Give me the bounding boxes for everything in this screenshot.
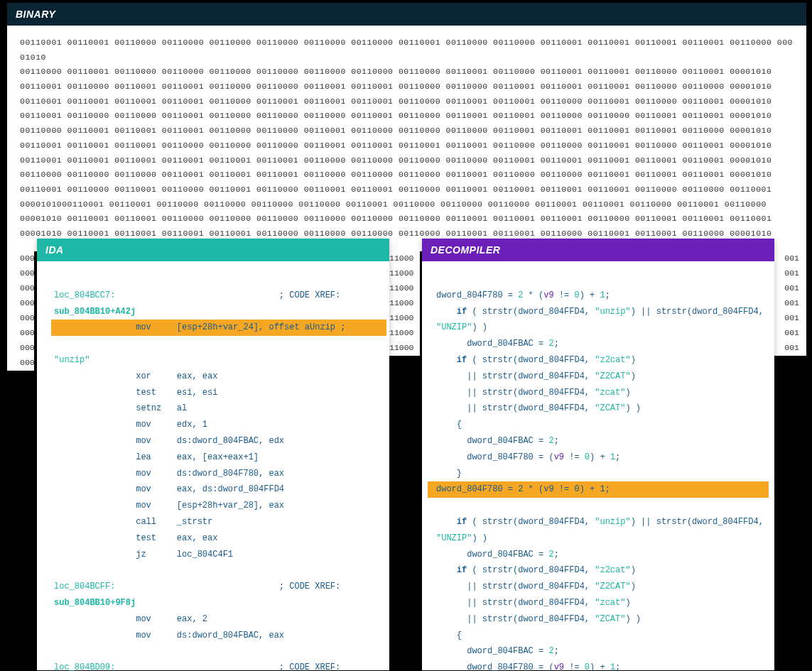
ida-line[interactable]: loc_804BCC7: ; CODE XREF: (54, 290, 340, 300)
decompiler-line[interactable]: dword_804F780 = 2 * (v9 != 0) + 1; (436, 290, 610, 300)
binary-mid-fragment: 11000110001100011000110001100011000 (389, 251, 420, 356)
ida-line[interactable]: test eax, eax (54, 533, 217, 543)
ida-line[interactable]: mov eax, 2 (54, 614, 207, 624)
decompiler-line[interactable]: if ( strstr(dword_804FFD4, "unzip") || s… (436, 307, 764, 317)
ida-line[interactable]: lea eax, [eax+eax+1] (54, 452, 259, 462)
binary-fragment: 001 (774, 296, 799, 311)
decompiler-line[interactable]: if ( strstr(dword_804FFD4, "unzip") || s… (436, 517, 764, 527)
binary-fragment: 000 (20, 311, 34, 326)
binary-fragment: 000 (20, 281, 34, 296)
ida-line[interactable]: mov [esp+28h+var_24], offset aUnzip ; (51, 320, 386, 336)
decompiler-line[interactable]: || strstr(dword_804FFD4, "Z2CAT") (436, 371, 636, 381)
ida-line[interactable]: mov [esp+28h+var_28], eax (54, 501, 284, 511)
binary-fragment: 001 (774, 311, 799, 326)
decompiler-line[interactable]: "UNZIP") ) (436, 322, 487, 332)
ida-line[interactable]: sub_804BB10+9F8j (54, 598, 136, 608)
ida-line[interactable]: loc_804BD09: ; CODE XREF: (54, 662, 340, 671)
decompiler-line[interactable]: dword_804FBAC = 2; (436, 646, 559, 656)
binary-fragment: 001 (774, 266, 799, 281)
binary-panel: BINARY 00110001 00110001 00110000 001100… (7, 3, 806, 251)
binary-fragment: 11000 (389, 281, 420, 296)
binary-panel-title: BINARY (7, 3, 806, 26)
binary-fragment: 000 (20, 266, 34, 281)
ida-line[interactable]: "unzip" (54, 355, 90, 365)
decompiler-line[interactable]: if ( strstr(dword_804FFD4, "z2cat") (436, 565, 636, 575)
binary-fragment: 000 (20, 326, 34, 341)
decompiler-line[interactable]: "UNZIP") ) (436, 533, 487, 543)
ida-line[interactable]: mov ds:dword_804FBAC, eax (54, 631, 284, 640)
decompiler-line[interactable]: dword_804FBAC = 2; (436, 436, 559, 446)
decompiler-line[interactable]: || strstr(dword_804FFD4, "ZCAT") ) (436, 403, 641, 413)
decompiler-line[interactable]: || strstr(dword_804FFD4, "ZCAT") ) (436, 614, 641, 624)
binary-hexdump: 00110001 00110001 00110000 00110000 0011… (7, 26, 806, 251)
binary-fragment: 11000 (389, 311, 420, 326)
decompiler-line[interactable]: dword_804FBAC = 2; (436, 339, 559, 349)
decompiler-line[interactable]: dword_804F780 = (v9 != 0) + 1; (436, 662, 620, 671)
ida-line[interactable]: setnz al (54, 403, 187, 413)
binary-fragment: 000 (20, 296, 34, 311)
ida-line[interactable]: mov ds:dword_804F780, eax (54, 469, 284, 479)
binary-fragment: 001 (774, 281, 799, 296)
ida-line[interactable]: xor eax, eax (54, 371, 217, 381)
decompiler-line[interactable]: { (436, 420, 462, 430)
decompiler-line[interactable]: { (436, 631, 462, 640)
decompiler-line[interactable]: || strstr(dword_804FFD4, "Z2CAT") (436, 582, 636, 591)
decompiler-line[interactable]: || strstr(dword_804FFD4, "zcat") (436, 388, 631, 398)
decompiler-line[interactable]: } (436, 469, 462, 479)
binary-fragment: 11000 (389, 251, 420, 266)
binary-fragment: 11000 (389, 341, 420, 356)
ida-line[interactable]: jz loc_804C4F1 (54, 550, 233, 560)
decompiler-line[interactable]: dword_804F780 = 2 * (v9 != 0) + 1; (428, 481, 769, 498)
decompiler-line[interactable]: || strstr(dword_804FFD4, "zcat") (436, 598, 631, 608)
binary-fragment: 11000 (389, 296, 420, 311)
binary-fragment: 001 (774, 251, 799, 266)
decompiler-code[interactable]: dword_804F780 = 2 * (v9 != 0) + 1; if ( … (422, 261, 774, 671)
binary-fragment: 11000 (389, 266, 420, 281)
decompiler-line[interactable]: dword_804FBAC = 2; (436, 550, 559, 560)
ida-disassembly[interactable]: loc_804BCC7: ; CODE XREF: sub_804BB10+A4… (37, 261, 389, 671)
ida-line[interactable]: loc_804BCFF: ; CODE XREF: (54, 582, 340, 591)
binary-fragment: 11000 (389, 326, 420, 341)
binary-fragment: 000 (20, 341, 34, 356)
binary-fragment: 000 (20, 356, 34, 371)
ida-line[interactable]: mov ds:dword_804FBAC, edx (54, 436, 284, 446)
ida-line[interactable]: sub_804BB10+A42j (54, 307, 136, 317)
ida-line[interactable]: mov edx, 1 (54, 420, 207, 430)
ida-line[interactable]: test esi, esi (54, 388, 217, 398)
ida-line[interactable]: mov eax, ds:dword_804FFD4 (54, 484, 284, 494)
binary-fragment: 001 (774, 326, 799, 341)
ida-panel-title: IDA (37, 239, 389, 261)
binary-left-fragment: 000000000000000000000000 (7, 251, 34, 371)
ida-panel: IDA loc_804BCC7: ; CODE XREF: sub_804BB1… (37, 239, 389, 670)
binary-fragment: 001 (774, 341, 799, 356)
decompiler-line[interactable]: if ( strstr(dword_804FFD4, "z2cat") (436, 355, 636, 365)
ida-line[interactable]: call _strstr (54, 517, 212, 527)
decompiler-panel-title: DECOMPILER (422, 239, 774, 261)
decompiler-panel: DECOMPILER dword_804F780 = 2 * (v9 != 0)… (422, 239, 774, 670)
binary-right-fragment: 001001001001001001001 (774, 251, 806, 356)
binary-fragment: 000 (20, 251, 34, 266)
decompiler-line[interactable]: dword_804F780 = (v9 != 0) + 1; (436, 452, 620, 462)
